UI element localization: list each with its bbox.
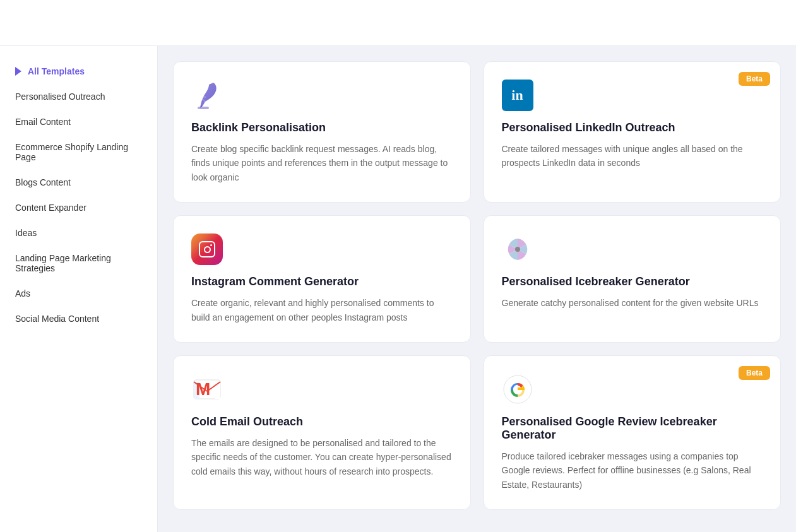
- instagram-logo: [191, 233, 223, 265]
- svg-rect-7: [518, 387, 525, 390]
- beta-badge: Beta: [739, 366, 770, 380]
- modal-header: [0, 0, 796, 46]
- card-title-coldemail: Cold Email Outreach: [191, 415, 453, 429]
- card-linkedin[interactable]: BetainPersonalised LinkedIn OutreachCrea…: [484, 61, 781, 203]
- card-backlink[interactable]: Backlink PersonalisationCreate blog spec…: [173, 61, 471, 203]
- sidebar-item-label-7: Landing Page Marketing Strategies: [15, 253, 142, 273]
- sidebar-item-label-5: Content Expander: [15, 203, 86, 213]
- sidebar-item-6[interactable]: Ideas: [0, 220, 157, 245]
- card-title-linkedin: Personalised LinkedIn Outreach: [502, 121, 763, 134]
- sidebar-item-3[interactable]: Ecommerce Shopify Landing Page: [0, 134, 157, 170]
- svg-point-2: [515, 247, 520, 252]
- sidebar-item-0[interactable]: All Templates: [0, 59, 157, 84]
- sidebar-item-2[interactable]: Email Content: [0, 109, 157, 134]
- card-icebreaker[interactable]: Personalised Icebreaker GeneratorGenerat…: [484, 215, 781, 343]
- sidebar-item-label-1: Personalised Outreach: [15, 92, 105, 102]
- svg-text:M: M: [196, 379, 210, 399]
- modal-overlay: All TemplatesPersonalised OutreachEmail …: [0, 0, 796, 532]
- linkedin-logo: in: [502, 80, 533, 111]
- card-desc-googlereview: Produce tailored icebraker messages usin…: [502, 449, 763, 492]
- sidebar-item-label-8: Ads: [15, 288, 30, 299]
- gmail-icon: M: [191, 374, 223, 405]
- card-desc-instagram: Create organic, relevant and highly pers…: [191, 296, 453, 324]
- content-area: Backlink PersonalisationCreate blog spec…: [158, 46, 796, 532]
- sidebar-item-label-4: Blogs Content: [15, 177, 71, 187]
- sidebar-item-label-9: Social Media Content: [15, 314, 99, 324]
- card-title-instagram: Instagram Comment Generator: [191, 275, 453, 288]
- sidebar-item-8[interactable]: Ads: [0, 281, 157, 306]
- close-button[interactable]: [758, 13, 778, 33]
- sidebar-item-label-6: Ideas: [15, 228, 37, 238]
- sidebar-item-4[interactable]: Blogs Content: [0, 170, 157, 195]
- sidebar-item-label-3: Ecommerce Shopify Landing Page: [15, 142, 142, 162]
- card-title-googlereview: Personalised Google Review Icebreaker Ge…: [502, 415, 763, 442]
- card-instagram[interactable]: Instagram Comment GeneratorCreate organi…: [173, 215, 471, 343]
- svg-rect-0: [198, 107, 209, 109]
- card-desc-coldemail: The emails are designed to be personalis…: [191, 436, 453, 478]
- card-desc-backlink: Create blog specific backlink request me…: [191, 142, 453, 184]
- sidebar-item-1[interactable]: Personalised Outreach: [0, 84, 157, 109]
- linkedin-icon: in: [502, 80, 533, 111]
- sidebar-item-label-0: All Templates: [28, 66, 85, 76]
- quill-icon: [191, 80, 223, 111]
- card-desc-linkedin: Create tailored messages with unique ang…: [502, 142, 763, 170]
- sidebar-item-label-2: Email Content: [15, 117, 71, 127]
- sidebar-item-7[interactable]: Landing Page Marketing Strategies: [0, 245, 157, 281]
- google-icon: [502, 374, 533, 405]
- card-coldemail[interactable]: M Cold Email OutreachThe emails are desi…: [173, 355, 471, 510]
- active-indicator: [15, 67, 21, 76]
- card-desc-icebreaker: Generate catchy personalised content for…: [502, 296, 763, 310]
- card-googlereview[interactable]: Beta Personalised Google Review Icebreak…: [484, 355, 781, 510]
- instagram-icon: [191, 233, 223, 265]
- modal-body: All TemplatesPersonalised OutreachEmail …: [0, 46, 796, 532]
- card-title-backlink: Backlink Personalisation: [191, 121, 453, 134]
- card-title-icebreaker: Personalised Icebreaker Generator: [502, 275, 763, 288]
- sidebar-item-5[interactable]: Content Expander: [0, 195, 157, 220]
- pinwheel-icon: [502, 233, 533, 265]
- beta-badge: Beta: [739, 72, 770, 86]
- sidebar: All TemplatesPersonalised OutreachEmail …: [0, 46, 158, 532]
- sidebar-item-9[interactable]: Social Media Content: [0, 306, 157, 331]
